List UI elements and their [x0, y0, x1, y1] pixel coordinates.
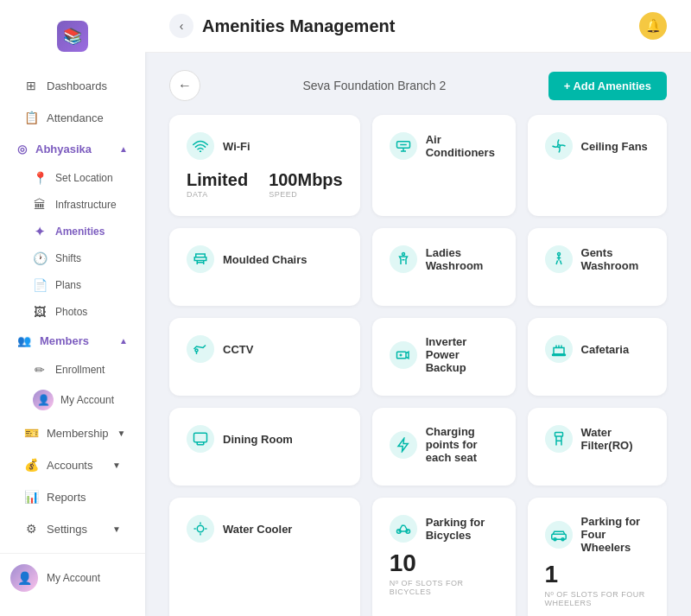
gents-washroom-icon [545, 245, 573, 273]
four-wheeler-slot-label: Nº OF SLOTS FOR FOUR WHEELERS [545, 590, 650, 607]
sidebar-item-photos[interactable]: 🖼 Photos [16, 299, 138, 325]
add-amenities-button[interactable]: + Add Amenities [548, 72, 667, 100]
amenity-card-gents-washroom[interactable]: Gents Washroom [528, 228, 667, 306]
chevron-up-icon: ▲ [119, 144, 128, 154]
amenity-card-cafetaria[interactable]: Cafetaria [528, 318, 667, 396]
sidebar-section-members[interactable]: 👥 Members ▲ [0, 326, 145, 356]
sidebar-item-membership[interactable]: 🎫 Membership ▼ [7, 417, 138, 448]
svg-point-17 [197, 525, 204, 532]
amenity-card-water-filter[interactable]: Water Filter(RO) [528, 408, 667, 486]
water-cooler-icon [187, 515, 214, 543]
wifi-icon [187, 132, 214, 160]
page-title: Amenities Management [202, 16, 395, 36]
sidebar-item-enrollment[interactable]: ✏ Enrollment [16, 357, 138, 383]
sidebar-logo: 📚 [0, 14, 145, 69]
amenity-card-water-cooler[interactable]: Water Cooler [169, 498, 360, 616]
gents-washroom-icon-row: Gents Washroom [545, 245, 650, 273]
sidebar-item-amenities[interactable]: ✦ Amenities [16, 219, 138, 244]
sidebar-item-attendance[interactable]: 📋 Attendance [7, 102, 138, 133]
doc-icon: 📄 [33, 278, 47, 292]
amenity-card-inverter[interactable]: Inverter Power Backup [372, 318, 516, 396]
notification-button[interactable]: 🔔 [639, 12, 667, 40]
chevron-down-accounts: ▼ [112, 460, 121, 470]
sidebar-item-accounts[interactable]: 💰 Accounts ▼ [7, 449, 138, 480]
amenity-card-ceiling-fans[interactable]: Ceiling Fans [528, 115, 667, 216]
svg-rect-14 [552, 354, 565, 356]
amenity-card-four-wheeler[interactable]: Parking for Four Wheelers 1 Nº OF SLOTS … [528, 498, 667, 616]
amenity-card-bicycle-parking[interactable]: Parking for Bicycles 10 Nº OF SLOTS FOR … [372, 498, 516, 616]
pencil-icon: ✏ [33, 363, 47, 377]
wifi-speed-stat: 100Mbps SPEED [269, 170, 343, 199]
topbar-left: ‹ Amenities Management [169, 14, 395, 38]
gents-washroom-label: Gents Washroom [581, 246, 650, 272]
sidebar-item-reports[interactable]: 📊 Reports [7, 481, 138, 512]
clock-icon: 🕐 [33, 251, 47, 265]
star-icon: ✦ [33, 225, 47, 238]
sidebar-item-logout[interactable]: Logout [7, 545, 138, 553]
sidebar-item-settings[interactable]: ⚙ Settings ▼ [7, 513, 138, 544]
inverter-label: Inverter Power Backup [426, 335, 498, 374]
wifi-label: Wi-Fi [223, 140, 250, 153]
grid-icon: ⊞ [24, 79, 38, 92]
wifi-data-stat: Limited DATA [187, 170, 248, 199]
amenity-card-cctv[interactable]: CCTV [169, 318, 360, 396]
wifi-speed-label: SPEED [269, 190, 343, 199]
water-filter-label: Water Filter(RO) [581, 426, 650, 452]
wifi-speed-value: 100Mbps [269, 170, 343, 190]
cctv-icon [187, 335, 214, 363]
chevron-up-icon-2: ▲ [119, 336, 128, 346]
location-icon: 📍 [33, 171, 47, 185]
back-button[interactable]: ‹ [169, 14, 193, 38]
four-wheeler-label: Parking for Four Wheelers [581, 515, 650, 554]
building-icon: 🏛 [33, 198, 47, 212]
sidebar-item-set-location[interactable]: 📍 Set Location [16, 165, 138, 191]
amenity-card-wifi[interactable]: Wi-Fi Limited DATA 100Mbps SPEED [169, 115, 360, 216]
svg-point-9 [195, 349, 198, 352]
water-cooler-icon-row: Water Cooler [187, 515, 292, 543]
amenity-card-air-conditioners[interactable]: Air Conditioners [372, 115, 516, 216]
branch-back-button[interactable]: ← [169, 70, 200, 101]
dining-icon [187, 425, 214, 453]
sidebar-section-abhyasika[interactable]: ◎ Abhyasika ▲ [0, 134, 145, 164]
avatar-bottom: 👤 [10, 564, 38, 592]
photo-icon: 🖼 [33, 305, 47, 319]
fan-icon-row: Ceiling Fans [545, 132, 648, 160]
wifi-data-label: DATA [187, 190, 248, 199]
amenity-card-dining-room[interactable]: Dining Room [169, 408, 360, 486]
sidebar-item-my-account-sub[interactable]: 👤 My Account [16, 384, 138, 416]
users-icon: 👥 [17, 334, 31, 347]
sidebar-item-dashboards[interactable]: ⊞ Dashboards [7, 70, 138, 101]
clipboard-icon: 📋 [24, 111, 38, 124]
sidebar-bottom: 👤 My Account [0, 553, 145, 602]
fan-label: Ceiling Fans [581, 140, 648, 153]
car-icon [545, 521, 573, 549]
ac-label: Air Conditioners [426, 133, 498, 159]
sidebar: 📚 ⊞ Dashboards 📋 Attendance ◎ Abhyasika … [0, 0, 145, 616]
svg-point-7 [402, 253, 404, 256]
chair-icon-row: Moulded Chairs [187, 245, 307, 273]
cafe-icon [545, 335, 573, 363]
amenity-card-charging[interactable]: Charging points for each seat [372, 408, 516, 486]
ladies-washroom-label: Ladies Washroom [426, 246, 498, 272]
avatar-sub: 👤 [33, 390, 54, 410]
inverter-icon-row: Inverter Power Backup [390, 335, 498, 374]
bicycle-slot-label: Nº OF SLOTS FOR BICYCLES [390, 579, 498, 596]
members-submenu: ✏ Enrollment 👤 My Account [0, 357, 145, 416]
cctv-label: CCTV [223, 343, 253, 356]
sidebar-nav: ⊞ Dashboards 📋 Attendance ◎ Abhyasika ▲ … [0, 69, 145, 553]
sidebar-item-plans[interactable]: 📄 Plans [16, 272, 138, 298]
amenities-grid: Wi-Fi Limited DATA 100Mbps SPEED [169, 115, 667, 616]
amenity-card-ladies-washroom[interactable]: Ladies Washroom [372, 228, 516, 306]
app-logo-icon: 📚 [57, 21, 88, 52]
amenity-card-moulded-chairs[interactable]: Moulded Chairs [169, 228, 360, 306]
bicycle-icon [390, 515, 417, 543]
gear-icon: ⚙ [24, 522, 38, 536]
ac-icon-row: Air Conditioners [390, 132, 498, 160]
sidebar-item-infrastructure[interactable]: 🏛 Infrastructure [16, 192, 138, 218]
charging-icon-row: Charging points for each seat [390, 425, 498, 464]
topbar: ‹ Amenities Management 🔔 [145, 0, 691, 53]
sidebar-item-shifts[interactable]: 🕐 Shifts [16, 245, 138, 271]
bottom-account-label: My Account [47, 572, 100, 584]
four-wheeler-count: 1 [545, 561, 559, 588]
dining-icon-row: Dining Room [187, 425, 293, 453]
